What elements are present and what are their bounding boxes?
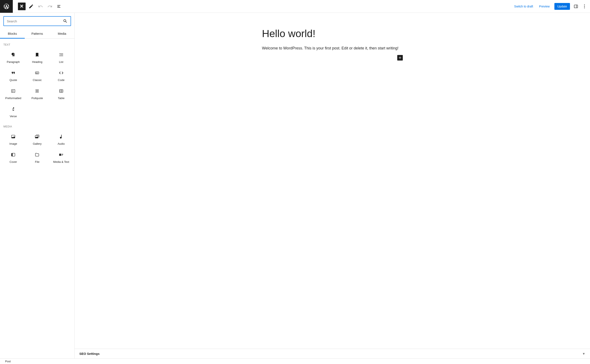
block-list[interactable]: TEXT Paragraph Heading List xyxy=(0,39,74,358)
block-label: Preformatted xyxy=(5,97,21,100)
svg-point-2 xyxy=(584,5,585,5)
options-button[interactable] xyxy=(581,3,588,10)
pullquote-icon xyxy=(34,88,40,94)
settings-sidebar-toggle[interactable] xyxy=(572,3,580,10)
block-classic[interactable]: Classic xyxy=(25,66,49,84)
block-heading[interactable]: Heading xyxy=(25,48,49,66)
block-label: Audio xyxy=(58,142,65,145)
seo-panel-title: SEO Settings xyxy=(79,352,99,356)
svg-rect-31 xyxy=(61,155,63,155)
inserter-tabs: Blocks Patterns Media xyxy=(0,29,74,39)
media-text-icon xyxy=(59,152,64,157)
block-table[interactable]: Table xyxy=(49,84,73,102)
svg-rect-6 xyxy=(60,55,63,55)
svg-rect-20 xyxy=(36,91,38,91)
svg-rect-16 xyxy=(12,91,14,91)
svg-rect-19 xyxy=(35,92,39,93)
category-label-text: TEXT xyxy=(0,39,74,48)
block-label: List xyxy=(59,60,63,64)
svg-rect-32 xyxy=(61,155,62,156)
block-gallery[interactable]: Gallery xyxy=(25,130,49,148)
tab-blocks[interactable]: Blocks xyxy=(0,29,25,38)
block-label: Classic xyxy=(33,78,42,82)
block-label: Pullquote xyxy=(31,97,43,100)
editor-canvas[interactable]: Hello world! Welcome to WordPress. This … xyxy=(75,13,590,358)
redo-icon xyxy=(47,4,52,9)
block-label: Paragraph xyxy=(7,60,20,64)
svg-rect-12 xyxy=(38,72,38,73)
seo-settings-panel[interactable]: SEO Settings ▼ xyxy=(75,349,590,358)
svg-rect-11 xyxy=(37,72,37,73)
image-icon xyxy=(11,134,16,139)
switch-to-draft-button[interactable]: Switch to draft xyxy=(511,3,536,10)
svg-rect-30 xyxy=(61,154,63,154)
editor-footer: Post xyxy=(0,358,590,364)
chevron-down-icon: ▼ xyxy=(582,352,585,356)
undo-button[interactable] xyxy=(37,3,44,10)
block-file[interactable]: File xyxy=(25,148,49,166)
tab-media[interactable]: Media xyxy=(50,29,74,38)
svg-rect-28 xyxy=(12,153,13,156)
close-inserter-button[interactable] xyxy=(18,3,26,10)
block-image[interactable]: Image xyxy=(1,130,25,148)
block-list[interactable]: List xyxy=(49,48,73,66)
quote-icon xyxy=(11,70,16,75)
list-icon xyxy=(59,52,64,57)
block-inserter-panel: Blocks Patterns Media TEXT Paragraph Hea… xyxy=(0,13,75,358)
block-label: Verse xyxy=(10,115,17,118)
block-preformatted[interactable]: Preformatted xyxy=(1,84,25,102)
svg-rect-29 xyxy=(59,154,61,156)
cover-icon xyxy=(11,152,16,157)
update-button[interactable]: Update xyxy=(554,3,570,10)
table-icon xyxy=(59,88,64,94)
block-label: Gallery xyxy=(33,142,42,145)
block-label: File xyxy=(35,160,39,163)
add-block-button[interactable] xyxy=(397,55,403,60)
gallery-icon xyxy=(34,134,40,139)
svg-point-3 xyxy=(584,6,585,7)
svg-rect-10 xyxy=(36,72,36,73)
svg-rect-18 xyxy=(35,90,39,90)
edit-icon xyxy=(29,4,34,9)
block-media-text[interactable]: Media & Text xyxy=(49,148,73,166)
block-search-input[interactable] xyxy=(3,16,71,26)
preview-button[interactable]: Preview xyxy=(537,3,552,10)
block-quote[interactable]: Quote xyxy=(1,66,25,84)
block-paragraph[interactable]: Paragraph xyxy=(1,48,25,66)
file-icon xyxy=(34,152,40,157)
block-label: Image xyxy=(9,142,17,145)
code-icon xyxy=(59,70,64,75)
svg-rect-9 xyxy=(35,72,39,74)
post-paragraph[interactable]: Welcome to WordPress. This is your first… xyxy=(262,46,403,51)
sidebar-icon xyxy=(573,4,578,9)
heading-icon xyxy=(34,52,40,57)
svg-rect-8 xyxy=(59,56,63,56)
search-field[interactable] xyxy=(7,20,63,23)
svg-rect-17 xyxy=(12,92,13,92)
paragraph-icon xyxy=(11,52,16,57)
block-code[interactable]: Code xyxy=(49,66,73,84)
block-pullquote[interactable]: Pullquote xyxy=(25,84,49,102)
category-label-media: MEDIA xyxy=(0,120,74,130)
svg-rect-0 xyxy=(574,5,578,8)
wordpress-logo[interactable] xyxy=(0,0,13,13)
breadcrumb[interactable]: Post xyxy=(5,360,11,363)
tab-patterns[interactable]: Patterns xyxy=(25,29,49,38)
svg-rect-7 xyxy=(59,55,60,55)
tools-button[interactable] xyxy=(27,3,35,10)
block-label: Table xyxy=(58,97,64,100)
block-verse[interactable]: Verse xyxy=(1,102,25,120)
block-label: Heading xyxy=(32,60,42,64)
block-label: Code xyxy=(58,78,64,82)
close-icon xyxy=(19,4,24,9)
svg-rect-5 xyxy=(59,53,63,54)
classic-icon xyxy=(34,70,40,75)
block-audio[interactable]: Audio xyxy=(49,130,73,148)
block-cover[interactable]: Cover xyxy=(1,148,25,166)
more-vertical-icon xyxy=(582,4,587,9)
document-overview-button[interactable] xyxy=(55,3,63,10)
preformatted-icon xyxy=(11,88,16,94)
post-title[interactable]: Hello world! xyxy=(262,28,403,39)
redo-button[interactable] xyxy=(46,3,54,10)
block-label: Quote xyxy=(9,78,17,82)
